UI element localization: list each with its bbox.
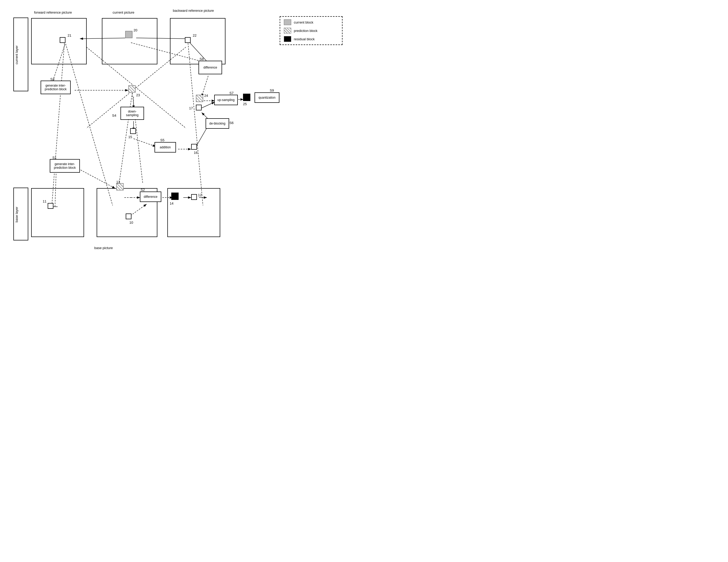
- difference2-box: difference: [140, 192, 161, 202]
- legend-swatch-prediction: [284, 28, 291, 34]
- small-sq-21: [60, 37, 65, 43]
- svg-rect-3: [170, 18, 225, 64]
- current-pic-label: current picture: [113, 10, 134, 14]
- legend-current-row: current block: [284, 19, 338, 25]
- legend-prediction-row: prediction block: [284, 28, 338, 34]
- svg-line-40: [132, 93, 143, 183]
- svg-line-14: [131, 43, 207, 63]
- svg-rect-2: [102, 18, 157, 64]
- label-16: 16: [194, 151, 197, 155]
- label-s7: S7: [229, 91, 234, 95]
- small-sq-17: [196, 105, 202, 110]
- label-s2: S2: [141, 188, 145, 192]
- current-block-20: [125, 31, 133, 38]
- label-24: 24: [204, 94, 208, 98]
- current-layer-label: current layer: [15, 26, 19, 84]
- forward-ref-label: forward reference picture: [34, 10, 72, 15]
- label-13: 13: [116, 180, 120, 184]
- small-sq-12: [191, 194, 197, 200]
- label-11: 11: [43, 199, 46, 203]
- black-sq-14: [171, 193, 179, 200]
- label-25: 25: [243, 102, 247, 106]
- gen-inter-base: generate inter- prediction block: [50, 159, 80, 173]
- svg-line-13: [189, 41, 208, 63]
- label-s1: S1: [52, 156, 57, 160]
- de-blocking-box: de-blocking: [206, 118, 229, 129]
- small-sq-10: [126, 214, 131, 219]
- label-s6: S6: [229, 121, 234, 125]
- svg-line-37: [52, 43, 64, 206]
- gen-inter-current: generate inter- prediction block: [41, 81, 71, 94]
- label-22: 22: [193, 34, 196, 37]
- legend-residual-label: residual block: [294, 37, 315, 41]
- base-layer-label: base layer: [15, 194, 19, 236]
- hatch-sq-13: [116, 183, 124, 191]
- label-s3: S3: [50, 77, 54, 81]
- svg-line-26: [200, 102, 215, 109]
- svg-line-22: [134, 139, 156, 147]
- legend-residual-row: residual block: [284, 36, 338, 42]
- small-sq-15: [130, 128, 136, 134]
- addition-box: addition: [155, 142, 176, 153]
- svg-line-27: [76, 168, 115, 188]
- down-sampling-box: down- sampling: [120, 107, 144, 120]
- hatch-sq-23: [128, 85, 136, 93]
- small-sq-11: [48, 203, 53, 209]
- legend-box: current block prediction block residual …: [280, 16, 343, 45]
- quantization-box: quantization: [255, 92, 279, 103]
- legend-swatch-current: [284, 19, 291, 25]
- legend-prediction-label: prediction block: [294, 29, 317, 33]
- label-12: 12: [198, 193, 202, 197]
- label-20: 20: [134, 28, 137, 32]
- label-23: 23: [136, 93, 140, 97]
- backward-ref-label: backward reference picture: [173, 9, 214, 13]
- difference-box-s8: difference: [198, 61, 222, 74]
- label-14: 14: [170, 202, 173, 206]
- legend-swatch-residual: [284, 36, 291, 42]
- legend-current-label: current block: [294, 20, 313, 24]
- base-picture-label: base picture: [94, 246, 113, 250]
- small-sq-22: [185, 37, 191, 43]
- label-s4: S4: [112, 114, 116, 118]
- label-s9: S9: [270, 88, 274, 92]
- label-s5: S5: [160, 138, 164, 142]
- svg-line-10: [136, 38, 189, 39]
- svg-rect-4: [31, 188, 84, 237]
- label-s8: S8: [200, 57, 204, 61]
- black-sq-25: [243, 94, 250, 101]
- label-17: 17: [189, 106, 193, 110]
- label-15: 15: [128, 135, 132, 139]
- label-21: 21: [68, 34, 71, 37]
- svg-line-9: [80, 38, 130, 39]
- small-sq-16: [191, 144, 197, 150]
- svg-line-32: [55, 168, 56, 207]
- svg-rect-1: [31, 18, 86, 64]
- diagram-container: forward reference picture current pictur…: [0, 0, 364, 281]
- label-10: 10: [129, 221, 133, 225]
- up-sampling-box: up-sampling: [214, 95, 238, 105]
- svg-line-11: [65, 41, 113, 206]
- hatch-sq-24: [196, 95, 203, 102]
